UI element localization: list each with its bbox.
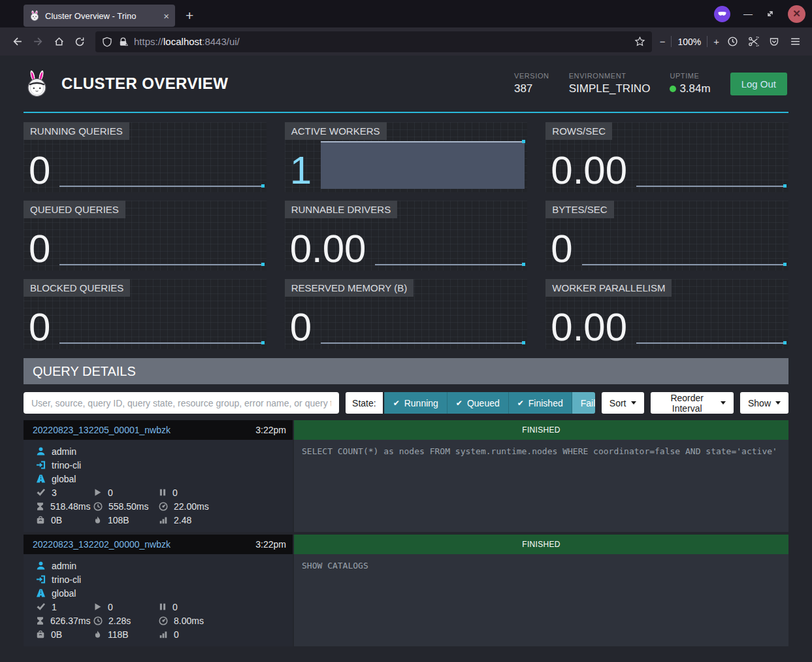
menu-hamburger-icon[interactable] — [785, 32, 805, 52]
filter-failed-dropdown[interactable]: Failed — [572, 392, 595, 414]
metric-card-blocked-queries: BLOCKED QUERIES 0 — [24, 279, 267, 349]
show-dropdown[interactable]: Show — [740, 392, 788, 414]
metric-label: ROWS/SEC — [545, 122, 612, 140]
query-id-link[interactable]: 20220823_132202_00000_nwbzk — [33, 539, 171, 550]
browser-titlebar: Cluster Overview - Trino × + — ✕ — [0, 0, 812, 27]
query-search-input[interactable] — [24, 392, 339, 414]
new-tab-button[interactable]: + — [186, 8, 193, 24]
elapsed-time-clock-icon — [93, 502, 103, 511]
browser-toolbar: https://localhost:8443/ui/ − 100% + — [0, 27, 812, 56]
pocket-icon[interactable] — [764, 32, 785, 52]
query-header: 20220823_132205_00001_nwbzk 3:22pm — [24, 420, 293, 440]
parallelism: 2.48 — [174, 515, 191, 525]
current-memory-icon — [36, 516, 45, 524]
filter-finished-button[interactable]: ✔Finished — [508, 392, 572, 414]
metric-label: RUNNING QUERIES — [24, 122, 129, 140]
parallelism-chart-icon — [159, 516, 168, 524]
metric-card-runnable-drivers: RUNNABLE DRIVERS 0.00 — [285, 201, 528, 271]
sparkline — [375, 264, 525, 265]
running-splits-play-icon — [93, 603, 102, 611]
zoom-level[interactable]: 100% — [677, 37, 701, 47]
sparkline-dot — [261, 184, 265, 188]
sparkline — [59, 264, 263, 265]
user-icon — [36, 561, 46, 571]
query-sql-text: SELECT COUNT(*) as nodes FROM system.run… — [294, 440, 788, 532]
metric-card-bytes-sec: BYTES/SEC 0 — [545, 201, 788, 271]
browser-tab[interactable]: Cluster Overview - Trino × — [24, 5, 175, 27]
query-sql-text: SHOW CATALOGS — [294, 554, 788, 646]
sparkline-dot — [522, 263, 525, 266]
divider — [707, 36, 707, 47]
back-icon[interactable] — [7, 32, 27, 52]
source-signin-icon — [36, 574, 46, 584]
tab-title: Cluster Overview - Trino — [45, 11, 158, 21]
trino-favicon — [29, 10, 40, 21]
private-browsing-icon — [714, 6, 730, 22]
completed-splits: 3 — [52, 488, 57, 498]
bookmark-star-icon[interactable] — [634, 36, 645, 47]
source-signin-icon — [36, 460, 46, 470]
window-restore-button[interactable] — [766, 9, 775, 18]
parallelism-chart-icon — [159, 630, 168, 638]
metric-value: 0 — [551, 230, 572, 267]
sparkline — [321, 141, 525, 189]
completed-splits-check-icon — [36, 488, 46, 497]
cluster-metrics-grid: RUNNING QUERIES 0 ACTIVE WORKERS 1 ROWS/… — [24, 122, 788, 349]
query-stats: admin trino-cli global 1 0 0 626.37ms 2.… — [24, 554, 293, 646]
sparkline — [636, 342, 786, 344]
query-user: admin — [52, 561, 76, 571]
metric-label: QUEUED QUERIES — [24, 201, 125, 218]
sort-dropdown[interactable]: Sort — [602, 392, 644, 414]
query-id-link[interactable]: 20220823_132205_00001_nwbzk — [33, 425, 171, 435]
running-splits: 0 — [108, 602, 113, 612]
wall-time: 518.48ms — [50, 501, 90, 512]
query-resource-group: global — [52, 474, 76, 484]
metric-value: 0 — [29, 152, 50, 189]
lock-warning-icon[interactable] — [118, 37, 128, 47]
reorder-interval-dropdown[interactable]: Reorder Interval — [651, 392, 734, 414]
zoom-out-button[interactable]: − — [660, 36, 666, 47]
home-icon[interactable] — [48, 32, 69, 52]
url-text: https://localhost:8443/ui/ — [134, 36, 240, 47]
forward-icon[interactable] — [27, 32, 48, 52]
metric-value: 0 — [29, 230, 50, 267]
reload-icon[interactable] — [69, 32, 90, 52]
history-clock-icon[interactable] — [722, 32, 743, 52]
check-icon: ✔ — [456, 399, 463, 408]
version-label: VERSION — [514, 72, 549, 80]
cumulative-memory-fire-icon — [93, 630, 102, 639]
current-memory: 0B — [51, 629, 62, 640]
metric-value: 0 — [29, 308, 50, 346]
filter-running-button[interactable]: ✔Running — [384, 392, 447, 414]
caret-down-icon — [775, 401, 781, 405]
version-meta: VERSION 387 — [514, 72, 549, 95]
environment-value: SIMPLE_TRINO — [569, 82, 651, 95]
window-close-button[interactable]: ✕ — [788, 5, 805, 23]
caret-down-icon — [721, 401, 726, 405]
shield-icon[interactable] — [102, 37, 112, 47]
screenshot-scissors-icon[interactable] — [743, 32, 764, 52]
query-time: 3:22pm — [255, 539, 286, 550]
zoom-in-button[interactable]: + — [713, 36, 719, 47]
url-bar[interactable]: https://localhost:8443/ui/ — [95, 31, 652, 52]
tab-close-icon[interactable]: × — [163, 10, 169, 22]
queued-splits-pause-icon — [159, 488, 167, 497]
wall-time-hourglass-icon — [36, 502, 44, 511]
completed-splits-check-icon — [36, 602, 46, 612]
uptime-meta: UPTIME 3.84m — [670, 72, 710, 95]
window-minimize-button[interactable]: — — [743, 8, 753, 19]
environment-meta: ENVIRONMENT SIMPLE_TRINO — [569, 72, 651, 95]
metric-card-rows-sec: ROWS/SEC 0.00 — [545, 122, 788, 192]
resource-group-road-icon — [36, 588, 46, 598]
divider — [671, 36, 672, 47]
sparkline — [582, 264, 786, 265]
metric-card-active-workers: ACTIVE WORKERS 1 — [285, 122, 528, 192]
wall-time-hourglass-icon — [36, 616, 44, 625]
query-status-bar: FINISHED — [294, 420, 788, 440]
query-details-header: QUERY DETAILS — [24, 358, 788, 384]
filter-queued-button[interactable]: ✔Queued — [447, 392, 508, 414]
logout-button[interactable]: Log Out — [730, 73, 787, 95]
query-user: admin — [52, 446, 76, 457]
caret-down-icon — [631, 401, 636, 405]
sparkline-dot — [783, 263, 787, 266]
